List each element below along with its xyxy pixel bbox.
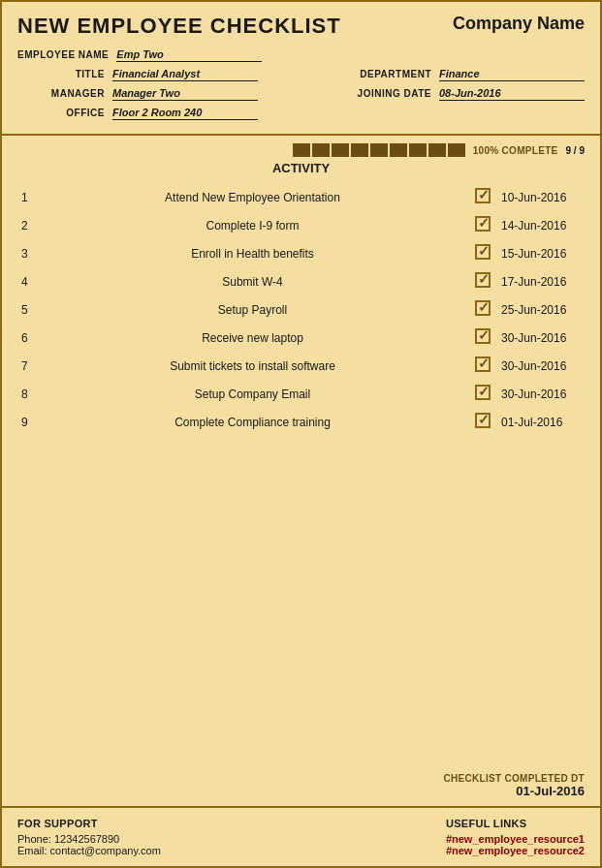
header-section: NEW EMPLOYEE CHECKLIST Company Name EMPL… (2, 2, 600, 136)
progress-segment (390, 143, 407, 157)
progress-segment (409, 143, 427, 157)
row-number: 1 (17, 183, 37, 211)
department-row: DEPARTMENT Finance (344, 68, 585, 81)
title-value: Financial Analyst (112, 68, 258, 81)
office-value: Floor 2 Room 240 (112, 107, 258, 120)
activity-section: ACTIVITY 1Attend New Employee Orientatio… (2, 161, 600, 765)
row-checkbox[interactable] (468, 211, 497, 239)
progress-segment (351, 143, 368, 157)
progress-segment (312, 143, 330, 157)
row-number: 9 (17, 408, 37, 436)
checkbox-checked-icon (475, 216, 491, 232)
progress-section: 100% COMPLETE 9 / 9 (2, 136, 600, 161)
department-value: Finance (439, 68, 585, 81)
progress-segments (293, 143, 465, 157)
table-row: 8Setup Company Email30-Jun-2016 (17, 380, 585, 408)
table-row: 9Complete Compliance training01-Jul-2016 (17, 408, 585, 436)
checkbox-checked-icon (475, 413, 491, 428)
row-date: 17-Jun-2016 (497, 267, 585, 295)
completed-dt-label: CHECKLIST COMPLETED DT (17, 773, 585, 784)
row-date: 30-Jun-2016 (497, 352, 585, 380)
manager-label: MANAGER (17, 88, 105, 99)
main-title: NEW EMPLOYEE CHECKLIST (17, 14, 341, 39)
support-title: FOR SUPPORT (17, 818, 161, 829)
page-container: NEW EMPLOYEE CHECKLIST Company Name EMPL… (0, 0, 602, 868)
header-top: NEW EMPLOYEE CHECKLIST Company Name (17, 14, 585, 39)
row-checkbox[interactable] (468, 183, 497, 211)
row-activity: Submit tickets to install software (37, 352, 468, 380)
link2-item[interactable]: #new_employee_resource2 (446, 845, 585, 856)
row-number: 8 (17, 380, 37, 408)
progress-percentage: 100% COMPLETE (473, 145, 558, 156)
row-date: 15-Jun-2016 (497, 239, 585, 267)
row-checkbox[interactable] (468, 324, 497, 352)
table-row: 5Setup Payroll25-Jun-2016 (17, 295, 585, 324)
title-row: TITLE Financial Analyst (17, 68, 258, 81)
completed-dt-value: 01-Jul-2016 (17, 784, 585, 798)
table-row: 1Attend New Employee Orientation10-Jun-2… (17, 183, 585, 211)
activity-header: ACTIVITY (17, 161, 585, 177)
row-date: 30-Jun-2016 (497, 324, 585, 352)
joining-date-label: JOINING DATE (344, 88, 431, 99)
employee-name-label: EMPLOYEE NAME (17, 49, 109, 60)
employee-name-row: EMPLOYEE NAME Emp Two (17, 48, 585, 62)
row-checkbox[interactable] (468, 267, 497, 295)
title-department-row: TITLE Financial Analyst DEPARTMENT Finan… (17, 68, 585, 81)
completed-dt-section: CHECKLIST COMPLETED DT 01-Jul-2016 (2, 765, 600, 806)
row-checkbox[interactable] (468, 239, 497, 267)
row-number: 6 (17, 324, 37, 352)
row-activity: Receive new laptop (37, 324, 468, 352)
row-checkbox[interactable] (468, 295, 497, 324)
row-checkbox[interactable] (468, 408, 497, 436)
table-row: 6Receive new laptop30-Jun-2016 (17, 324, 585, 352)
row-date: 25-Jun-2016 (497, 295, 585, 324)
support-phone: Phone: 12342567890 (17, 833, 161, 845)
manager-row: MANAGER Manager Two (17, 87, 258, 101)
row-date: 01-Jul-2016 (497, 408, 585, 436)
employee-name-value: Emp Two (116, 48, 262, 62)
row-date: 14-Jun-2016 (497, 211, 585, 239)
link1[interactable]: #new_employee_resource1 (446, 833, 585, 845)
row-number: 2 (17, 211, 37, 239)
progress-segment (428, 143, 446, 157)
row-activity: Attend New Employee Orientation (37, 183, 468, 211)
row-checkbox[interactable] (468, 380, 497, 408)
joining-date-value: 08-Jun-2016 (439, 87, 585, 101)
progress-bar-container: 100% COMPLETE 9 / 9 (293, 143, 585, 157)
checkbox-checked-icon (475, 244, 491, 260)
manager-date-row: MANAGER Manager Two JOINING DATE 08-Jun-… (17, 87, 585, 101)
links-title: USEFUL LINKS (446, 818, 585, 829)
row-date: 10-Jun-2016 (497, 183, 585, 211)
row-number: 5 (17, 295, 37, 324)
link2[interactable]: #new_employee_resource2 (446, 845, 585, 856)
progress-count: 9 / 9 (566, 145, 585, 156)
checkbox-checked-icon (475, 385, 491, 400)
row-number: 7 (17, 352, 37, 380)
progress-segment (370, 143, 388, 157)
manager-value: Manager Two (112, 87, 258, 101)
progress-segment (332, 143, 349, 157)
row-activity: Setup Company Email (37, 380, 468, 408)
table-row: 4Submit W-417-Jun-2016 (17, 267, 585, 295)
support-email: Email: contact@company.com (17, 845, 161, 856)
office-label: OFFICE (17, 108, 105, 118)
row-checkbox[interactable] (468, 352, 497, 380)
joining-date-row: JOINING DATE 08-Jun-2016 (344, 87, 585, 101)
checkbox-checked-icon (475, 356, 491, 372)
row-activity: Complete I-9 form (37, 211, 468, 239)
bottom-footer: FOR SUPPORT Phone: 12342567890 Email: co… (2, 806, 600, 866)
row-activity: Setup Payroll (37, 295, 468, 324)
progress-segment (448, 143, 465, 157)
row-activity: Submit W-4 (37, 267, 468, 295)
row-activity: Enroll in Health benefits (37, 239, 468, 267)
row-number: 3 (17, 239, 37, 267)
link1-item[interactable]: #new_employee_resource1 (446, 833, 585, 845)
office-row: OFFICE Floor 2 Room 240 (17, 107, 585, 120)
title-label: TITLE (17, 69, 105, 79)
checklist-table: 1Attend New Employee Orientation10-Jun-2… (17, 183, 585, 436)
row-number: 4 (17, 267, 37, 295)
progress-segment (293, 143, 310, 157)
table-row: 2Complete I-9 form14-Jun-2016 (17, 211, 585, 239)
row-date: 30-Jun-2016 (497, 380, 585, 408)
department-label: DEPARTMENT (344, 69, 431, 79)
